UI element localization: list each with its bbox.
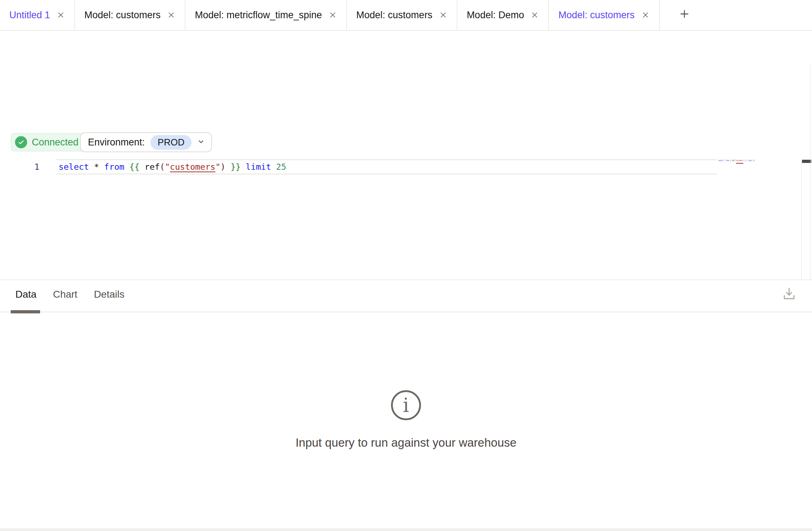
toolbar: Develop Run bbox=[0, 31, 812, 64]
new-tab-button[interactable] bbox=[660, 0, 709, 30]
tab-model-customers[interactable]: Model: customers bbox=[549, 0, 659, 30]
code-token: select bbox=[718, 159, 723, 162]
environment-dropdown[interactable]: Environment: PROD bbox=[80, 132, 212, 152]
code-token bbox=[271, 162, 276, 172]
close-icon[interactable] bbox=[56, 11, 65, 19]
close-icon[interactable] bbox=[167, 11, 175, 19]
svg-text:i: i bbox=[403, 394, 409, 417]
code-token: " bbox=[216, 162, 221, 172]
close-icon[interactable] bbox=[328, 11, 337, 19]
code-token bbox=[89, 162, 94, 172]
connection-status-label: Connected bbox=[32, 137, 79, 148]
code-line[interactable]: select * from {{ ref("customers") }} lim… bbox=[56, 159, 717, 174]
close-icon[interactable] bbox=[439, 11, 447, 19]
results-tab-details[interactable]: Details bbox=[94, 289, 125, 300]
results-tab-data[interactable]: Data bbox=[15, 289, 36, 300]
empty-state: i Input query to run against your wareho… bbox=[0, 389, 812, 450]
tab-label: Model: Demo bbox=[467, 10, 524, 21]
tab-model-customers[interactable]: Model: customers bbox=[75, 0, 185, 30]
code-token bbox=[139, 162, 144, 172]
code-token: * bbox=[94, 162, 99, 172]
code-token: from bbox=[726, 159, 729, 162]
check-circle-icon bbox=[15, 136, 27, 148]
code-token bbox=[226, 162, 231, 172]
line-number: 1 bbox=[0, 159, 39, 174]
environment-value-pill: PROD bbox=[150, 135, 192, 150]
download-button[interactable] bbox=[780, 285, 798, 304]
code-token: ) bbox=[221, 162, 226, 172]
tab-label: Model: metricflow_time_spine bbox=[195, 10, 322, 21]
tab-model-demo[interactable]: Model: Demo bbox=[457, 0, 549, 30]
tab-label: Model: customers bbox=[558, 10, 634, 21]
tab-model-metricflow-time-spine[interactable]: Model: metricflow_time_spine bbox=[185, 0, 347, 30]
results-panel: DataChartDetails i Input query to run ag… bbox=[0, 279, 812, 529]
download-icon bbox=[781, 286, 797, 303]
tab-untitled-1[interactable]: Untitled 1 bbox=[0, 0, 75, 30]
sql-editor: Connected Environment: PROD 1 select * f… bbox=[0, 63, 812, 279]
info-icon: i bbox=[390, 416, 422, 422]
results-tab-chart[interactable]: Chart bbox=[53, 289, 77, 300]
editor-tab-bar: Untitled 1Model: customersModel: metricf… bbox=[0, 0, 812, 31]
code-token: " bbox=[165, 162, 170, 172]
code-token bbox=[124, 162, 129, 172]
code-token: limit bbox=[748, 159, 752, 162]
window-bottom-edge bbox=[0, 528, 812, 531]
code-token: 25 bbox=[753, 159, 754, 162]
tab-label: Model: customers bbox=[84, 10, 160, 21]
empty-state-message: Input query to run against your warehous… bbox=[0, 436, 812, 450]
plus-icon bbox=[679, 8, 690, 22]
code-token: }} bbox=[231, 162, 241, 172]
code-token: customers bbox=[170, 162, 215, 172]
ide-window: Untitled 1Model: customersModel: metricf… bbox=[0, 0, 812, 531]
code-token: ( bbox=[160, 162, 165, 172]
environment-label: Environment: bbox=[88, 137, 145, 148]
results-tab-bar: DataChartDetails bbox=[15, 289, 124, 300]
code-token bbox=[99, 162, 104, 172]
code-token: 25 bbox=[276, 162, 286, 172]
connection-status-badge: Connected bbox=[11, 133, 88, 152]
code-token: {{ bbox=[129, 162, 139, 172]
active-tab-underline bbox=[11, 310, 40, 313]
tab-label: Model: customers bbox=[356, 10, 432, 21]
chevron-down-icon bbox=[197, 138, 205, 147]
code-token: customers bbox=[736, 159, 743, 162]
tab-label: Untitled 1 bbox=[9, 10, 50, 21]
results-tab-divider bbox=[0, 312, 812, 312]
close-icon[interactable] bbox=[530, 11, 539, 19]
editor-minimap[interactable]: select * from {{ ref("customers") }} lim… bbox=[718, 159, 754, 162]
tab-model-customers[interactable]: Model: customers bbox=[347, 0, 457, 30]
close-icon[interactable] bbox=[641, 11, 650, 19]
code-token: select bbox=[59, 162, 89, 172]
code-token bbox=[241, 162, 246, 172]
code-token: ref bbox=[145, 162, 160, 172]
code-token: limit bbox=[246, 162, 271, 172]
code-token: from bbox=[104, 162, 124, 172]
